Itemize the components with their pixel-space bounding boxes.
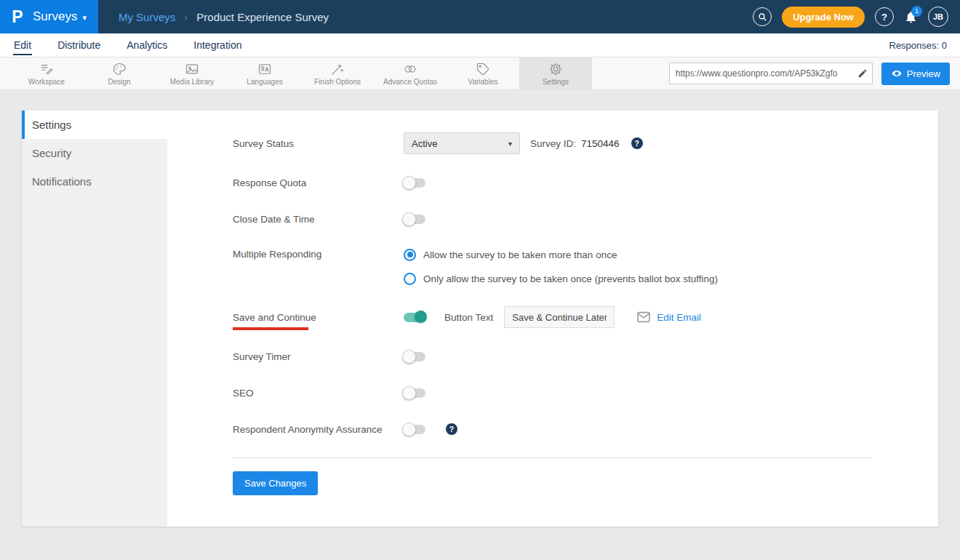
survey-url-field	[669, 63, 873, 84]
seo-row: SEO	[233, 385, 916, 401]
breadcrumb-my-surveys[interactable]: My Surveys	[119, 11, 175, 23]
finish-options-wand-icon	[330, 62, 345, 76]
radio-option-once[interactable]: Only allow the survey to be taken once (…	[404, 271, 718, 286]
toolbar-item-label: Advance Quotas	[383, 78, 437, 86]
settings-form: Survey Status Active ▾ Survey ID: 715044…	[167, 111, 938, 527]
survey-timer-toggle[interactable]	[404, 352, 425, 361]
response-quota-toggle[interactable]	[404, 178, 425, 188]
pencil-icon	[857, 68, 868, 79]
search-icon	[758, 12, 767, 22]
responses-count: Responses: 0	[889, 40, 948, 51]
notification-badge: 1	[911, 6, 922, 17]
close-date-toggle[interactable]	[404, 215, 425, 224]
design-palette-icon	[112, 62, 127, 76]
survey-status-select[interactable]: Active ▾	[404, 132, 520, 154]
help-button[interactable]: ?	[875, 7, 894, 26]
close-date-label: Close Date & Time	[233, 214, 404, 225]
survey-tabs: Edit Distribute Analytics Integration	[13, 33, 242, 57]
radio-icon[interactable]	[404, 249, 416, 261]
save-changes-button[interactable]: Save Changes	[233, 471, 318, 495]
notifications-button[interactable]: 1	[904, 10, 918, 24]
chevron-down-icon: ▾	[82, 13, 87, 23]
sidebar-item-settings[interactable]: Settings	[22, 111, 167, 139]
survey-status-label: Survey Status	[233, 138, 404, 149]
question-icon: ?	[881, 12, 887, 23]
toolbar-item-media-library[interactable]: Media Library	[156, 57, 228, 89]
toolbar-item-languages[interactable]: Languages	[228, 57, 301, 89]
close-date-row: Close Date & Time	[233, 211, 916, 227]
toolbar-item-label: Variables	[468, 78, 498, 86]
multiple-responding-options: Allow the survey to be taken more than o…	[404, 247, 718, 286]
respondent-anonymity-label: Respondent Anonymity Assurance	[233, 424, 404, 435]
workspace-icon	[39, 62, 54, 76]
toolbar-item-settings[interactable]: Settings	[519, 57, 592, 89]
toolbar-item-design[interactable]: Design	[83, 57, 156, 89]
radio-option-multiple[interactable]: Allow the survey to be taken more than o…	[404, 247, 718, 262]
avatar[interactable]: JB	[928, 7, 948, 27]
languages-icon	[257, 62, 272, 76]
respondent-anonymity-toggle[interactable]	[404, 425, 425, 434]
button-text-label: Button Text	[444, 312, 493, 323]
save-and-continue-row: Save and Continue Button Text Edit Email	[233, 306, 916, 328]
survey-timer-label: Survey Timer	[233, 351, 404, 362]
toolbar-item-finish-options[interactable]: Finish Options	[301, 57, 374, 89]
survey-url-input[interactable]	[670, 68, 853, 79]
edit-email-link[interactable]: Edit Email	[657, 312, 701, 323]
save-and-continue-toggle[interactable]	[404, 313, 425, 322]
sidebar-item-notifications[interactable]: Notifications	[22, 167, 167, 196]
button-text-input[interactable]	[504, 306, 615, 328]
chevron-down-icon: ▾	[508, 140, 512, 148]
toolbar-item-label: Workspace	[28, 78, 65, 86]
survey-status-value: Active	[412, 138, 437, 149]
response-quota-label: Response Quota	[233, 177, 404, 188]
response-quota-row: Response Quota	[233, 175, 916, 191]
multiple-responding-label: Multiple Responding	[233, 249, 404, 260]
edit-toolbar: Workspace Design Media Library Languages…	[0, 57, 960, 90]
tab-integration[interactable]: Integration	[193, 35, 242, 55]
sidebar-item-security[interactable]: Security	[22, 139, 167, 167]
toolbar-right: Preview	[669, 57, 960, 89]
toolbar-item-label: Settings	[543, 78, 569, 86]
preview-button[interactable]: Preview	[881, 63, 950, 85]
seo-label: SEO	[233, 388, 404, 399]
toolbar-item-variables[interactable]: Variables	[447, 57, 519, 89]
variables-tag-icon	[476, 62, 490, 76]
questionpro-logo: P	[7, 7, 28, 27]
breadcrumb: My Surveys › Product Experience Survey	[119, 11, 329, 23]
seo-toggle[interactable]	[404, 388, 425, 398]
email-icon	[636, 311, 651, 323]
search-button[interactable]	[753, 7, 772, 26]
breadcrumb-survey-title: Product Experience Survey	[196, 11, 329, 23]
toolbar-item-label: Design	[108, 78, 130, 86]
toolbar-item-label: Languages	[247, 78, 283, 86]
survey-timer-row: Survey Timer	[233, 348, 916, 364]
preview-label: Preview	[907, 68, 940, 79]
toolbar-item-label: Media Library	[170, 78, 215, 86]
survey-nav-bar: Edit Distribute Analytics Integration Re…	[0, 33, 960, 57]
tab-distribute[interactable]: Distribute	[57, 35, 101, 55]
survey-status-row: Survey Status Active ▾ Survey ID: 715044…	[233, 132, 916, 154]
radio-option-label: Only allow the survey to be taken once (…	[423, 273, 718, 284]
media-library-icon	[185, 62, 199, 76]
upgrade-button[interactable]: Upgrade Now	[782, 7, 865, 28]
tab-analytics[interactable]: Analytics	[126, 35, 168, 55]
tab-edit[interactable]: Edit	[13, 35, 32, 55]
toolbar-item-label: Finish Options	[314, 78, 361, 86]
topbar: P Surveys ▾ My Surveys › Product Experie…	[0, 0, 960, 33]
eye-icon	[891, 68, 903, 79]
form-divider	[233, 457, 871, 458]
toolbar-item-workspace[interactable]: Workspace	[10, 57, 83, 89]
respondent-anonymity-help-icon[interactable]: ?	[446, 423, 457, 435]
settings-sidebar: Settings Security Notifications	[22, 111, 167, 527]
toolbar-item-advance-quotas[interactable]: Advance Quotas	[374, 57, 447, 89]
product-switcher[interactable]: P Surveys ▾	[0, 0, 98, 33]
tutorial-highlight-underline	[233, 327, 308, 330]
main-content: Settings Security Notifications Survey S…	[0, 90, 960, 527]
settings-gear-icon	[548, 62, 563, 76]
radio-option-label: Allow the survey to be taken more than o…	[423, 249, 617, 260]
survey-id-help-icon[interactable]: ?	[631, 137, 643, 149]
radio-icon[interactable]	[404, 273, 416, 285]
survey-id-value: 7150446	[581, 138, 620, 149]
survey-id-label: Survey ID:	[530, 138, 576, 149]
edit-url-button[interactable]	[853, 63, 872, 84]
